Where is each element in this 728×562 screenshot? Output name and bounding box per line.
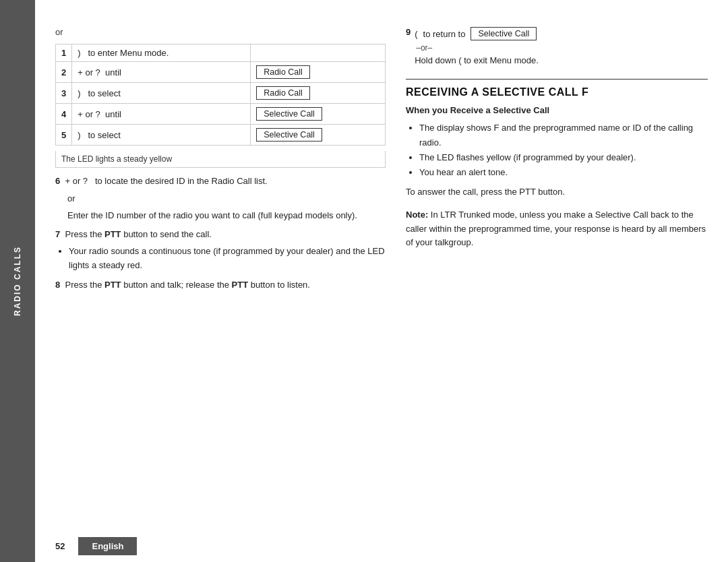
- led-note: The LED lights a steady yellow: [55, 151, 386, 168]
- step-tag-1: [251, 44, 386, 62]
- step-desc-3: ) to select: [72, 83, 251, 104]
- step-num-2: 2: [56, 62, 72, 83]
- ptt-bold-8a: PTT: [104, 280, 121, 290]
- step-desc-1: ) to enter Menu mode.: [72, 44, 251, 62]
- step-tag-4: Selective Call: [251, 104, 386, 125]
- steps-extra: 6 + or ? to locate the desired ID in the…: [55, 175, 386, 295]
- step-num-9: 9: [406, 27, 411, 37]
- top-area: or 1 ) to enter Menu mode. 2 + or ? unti…: [35, 0, 728, 533]
- step-num-6: 6: [55, 176, 60, 186]
- step-desc-5: ) to select: [72, 125, 251, 146]
- ptt-bold-8b: PTT: [232, 280, 249, 290]
- selective-call-tag-9: Selective Call: [471, 27, 537, 40]
- footer: 52 English: [35, 533, 728, 562]
- table-row: 4 + or ? until Selective Call: [56, 104, 386, 125]
- note-text: Note: In LTR Trunked mode, unless you ma…: [406, 208, 708, 250]
- step-num-8: 8: [55, 280, 60, 290]
- step-num-3: 3: [56, 83, 72, 104]
- table-row: 5 ) to select Selective Call: [56, 125, 386, 146]
- step-9-inner: ( to return to Selective Call –or– Hold …: [415, 27, 539, 65]
- step-desc-2: + or ? until: [72, 62, 251, 83]
- step-num-7: 7: [55, 229, 60, 239]
- ptt-bold-7: PTT: [104, 229, 121, 239]
- step-7-bullets: Your radio sounds a continuous tone (if …: [69, 245, 386, 273]
- sidebar: Radio Calls: [0, 0, 35, 562]
- step-9-or: –or–: [416, 43, 539, 53]
- subsection-title: When you Receive a Selective Call: [406, 105, 708, 115]
- bullet-item: The LED flashes yellow (if programmed by…: [419, 150, 708, 165]
- bullet-item: Your radio sounds a continuous tone (if …: [69, 245, 386, 273]
- bullet-item: You hear an alert tone.: [419, 165, 708, 180]
- step-tag-2: Radio Call: [251, 62, 386, 83]
- section-title: RECEIVING A SELECTIVE CALL F: [406, 86, 708, 98]
- step-6-or: or: [67, 192, 386, 206]
- radio-call-tag-2: Radio Call: [256, 86, 310, 100]
- step-9-line1: ( to return to Selective Call: [415, 27, 539, 40]
- step-num-1: 1: [56, 44, 72, 62]
- steps-table: 1 ) to enter Menu mode. 2 + or ? until R…: [55, 44, 386, 146]
- ptt-bold-answer: PTT: [519, 187, 535, 197]
- or-text: or: [55, 27, 386, 37]
- page-number: 52: [55, 541, 65, 551]
- step-6-text2: Enter the ID number of the radio you wan…: [67, 209, 386, 222]
- sidebar-label: Radio Calls: [13, 246, 22, 316]
- step-9-hold: Hold down ( to exit Menu mode.: [415, 55, 539, 65]
- receive-bullets: The display shows F and the preprogramme…: [419, 121, 708, 180]
- radio-call-tag-1: Radio Call: [256, 65, 310, 79]
- step-9-row: 9 ( to return to Selective Call –or– Hol…: [406, 27, 708, 65]
- step-num-5: 5: [56, 125, 72, 146]
- section-divider: [406, 79, 708, 80]
- step-desc-4: + or ? until: [72, 104, 251, 125]
- step-num-4: 4: [56, 104, 72, 125]
- selective-call-tag-1: Selective Call: [256, 107, 322, 121]
- right-column: 9 ( to return to Selective Call –or– Hol…: [406, 27, 708, 520]
- step-tag-3: Radio Call: [251, 83, 386, 104]
- note-label: Note:: [406, 210, 428, 220]
- step-8: 8 Press the PTT button and talk; release…: [55, 278, 386, 292]
- table-row: 3 ) to select Radio Call: [56, 83, 386, 104]
- main-content: or 1 ) to enter Menu mode. 2 + or ? unti…: [35, 0, 728, 562]
- step-6: 6 + or ? to locate the desired ID in the…: [55, 175, 386, 188]
- step-9-paren: (: [415, 29, 417, 39]
- selective-call-tag-2: Selective Call: [256, 128, 322, 142]
- table-row: 1 ) to enter Menu mode.: [56, 44, 386, 62]
- left-column: or 1 ) to enter Menu mode. 2 + or ? unti…: [55, 27, 386, 520]
- table-row: 2 + or ? until Radio Call: [56, 62, 386, 83]
- answer-text: To answer the call, press the PTT button…: [406, 185, 708, 199]
- step-9-to-return: to return to: [423, 29, 466, 39]
- bullet-item: The display shows F and the preprogramme…: [419, 121, 708, 150]
- step-tag-5: Selective Call: [251, 125, 386, 146]
- step-7: 7 Press the PTT button to send the call.: [55, 228, 386, 241]
- english-tab: English: [78, 537, 137, 555]
